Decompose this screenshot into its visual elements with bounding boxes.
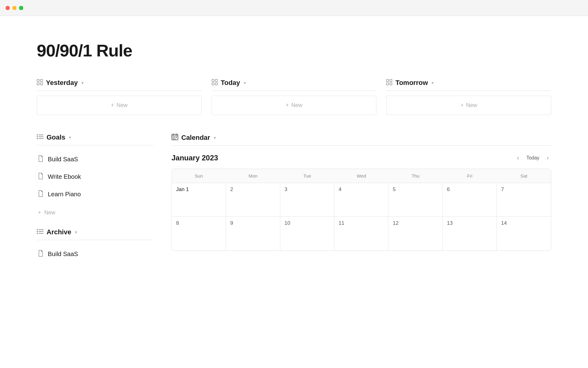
goal-text: Build SaaS (48, 156, 78, 163)
calendar-icon (172, 133, 178, 142)
today-header[interactable]: Today ▾ (212, 79, 377, 91)
document-icon (38, 155, 43, 163)
calendar-day[interactable]: 9 (226, 217, 280, 251)
day-number: 5 (393, 186, 395, 192)
main-content: 90/90/1 Rule Yesterday ▾ + New (0, 16, 588, 280)
goal-item[interactable]: Build SaaS (37, 151, 153, 167)
today-chevron: ▾ (244, 80, 246, 85)
calendar-controls: ‹ Today › (514, 153, 551, 163)
tomorrow-grid-icon (386, 79, 392, 87)
calendar-day[interactable]: 13 (443, 217, 497, 251)
calendar-day[interactable]: 8 (172, 217, 226, 251)
document-icon (38, 250, 43, 258)
day-number: 13 (447, 220, 453, 226)
today-label: Today (221, 79, 240, 87)
day-number: 6 (447, 186, 450, 192)
document-icon (38, 190, 43, 198)
calendar-today-button[interactable]: Today (526, 155, 540, 161)
weekday-label: Wed (334, 169, 389, 183)
calendar-day[interactable]: 14 (497, 217, 551, 251)
goal-text: Write Ebook (48, 173, 81, 180)
calendar-day[interactable]: 11 (334, 217, 389, 251)
goals-list: Build SaaS Write Ebook Learn Piano (37, 151, 153, 202)
goal-item[interactable]: Write Ebook (37, 169, 153, 185)
left-panel: Goals ▾ Build SaaS Write Ebook (37, 133, 153, 262)
svg-point-21 (37, 229, 38, 230)
calendar-weekdays: SunMonTueWedThuFriSat (172, 169, 551, 183)
weekday-label: Sat (497, 169, 551, 183)
goals-label: Goals (47, 133, 65, 141)
yesterday-header[interactable]: Yesterday ▾ (37, 79, 202, 91)
goal-item[interactable]: Learn Piano (37, 186, 153, 202)
svg-point-23 (37, 233, 38, 234)
archive-header[interactable]: Archive ▾ (37, 228, 153, 240)
tomorrow-new-button[interactable]: + New (386, 96, 551, 115)
tomorrow-chevron: ▾ (432, 80, 434, 85)
minimize-button[interactable] (12, 6, 17, 10)
svg-rect-30 (176, 137, 177, 138)
today-grid-icon (212, 79, 218, 87)
weekday-label: Fri (443, 169, 497, 183)
calendar-day[interactable]: 3 (280, 183, 334, 217)
tomorrow-label: Tomorrow (395, 79, 428, 87)
calendar-day[interactable]: 4 (334, 183, 389, 217)
yesterday-grid-icon (37, 79, 43, 87)
calendar-prev-button[interactable]: ‹ (514, 153, 522, 163)
svg-rect-1 (40, 79, 43, 82)
goals-calendar-section: Goals ▾ Build SaaS Write Ebook (37, 133, 551, 262)
weekday-label: Mon (226, 169, 280, 183)
document-icon (38, 173, 43, 181)
svg-rect-7 (215, 83, 217, 85)
calendar-month: January 2023 (172, 154, 218, 162)
calendar-label: Calendar (181, 134, 210, 142)
tomorrow-new-label: New (466, 102, 477, 109)
calendar-grid: SunMonTueWedThuFriSat Jan 12345678910111… (172, 169, 551, 251)
calendar-header[interactable]: Calendar ▾ (172, 133, 551, 146)
maximize-button[interactable] (19, 6, 23, 10)
archive-chevron: ▾ (75, 230, 77, 235)
yesterday-column: Yesterday ▾ + New (37, 79, 202, 115)
calendar-section: Calendar ▾ January 2023 ‹ Today › SunMon… (172, 133, 551, 262)
close-button[interactable] (6, 6, 10, 10)
svg-rect-8 (386, 79, 389, 82)
svg-rect-28 (173, 137, 174, 138)
yesterday-label: Yesterday (46, 79, 78, 87)
svg-rect-9 (390, 79, 392, 82)
goals-new-button[interactable]: + New (37, 207, 153, 218)
tomorrow-header[interactable]: Tomorrow ▾ (386, 79, 551, 91)
svg-point-17 (37, 138, 38, 139)
archive-label: Archive (47, 228, 71, 236)
svg-rect-2 (37, 83, 39, 85)
calendar-next-button[interactable]: › (544, 153, 551, 163)
calendar-days: Jan 1234567891011121314 (172, 183, 551, 251)
day-number: Jan 1 (176, 186, 189, 192)
svg-rect-32 (175, 138, 175, 139)
calendar-day[interactable]: 2 (226, 183, 280, 217)
today-column: Today ▾ + New (212, 79, 377, 115)
archive-item[interactable]: Build SaaS (37, 246, 153, 262)
goals-section: Goals ▾ Build SaaS Write Ebook (37, 133, 153, 218)
today-new-button[interactable]: + New (212, 96, 377, 115)
calendar-day[interactable]: Jan 1 (172, 183, 226, 217)
calendar-day[interactable]: 10 (280, 217, 334, 251)
calendar-day[interactable]: 5 (388, 183, 443, 217)
calendar-day[interactable]: 6 (443, 183, 497, 217)
plus-icon: + (286, 102, 289, 109)
calendar-day[interactable]: 7 (497, 183, 551, 217)
goals-plus-icon: + (38, 209, 41, 216)
calendar-day[interactable]: 12 (388, 217, 443, 251)
archive-list: Build SaaS (37, 246, 153, 262)
archive-section: Archive ▾ Build SaaS (37, 228, 153, 262)
weekday-label: Sun (172, 169, 226, 183)
yesterday-new-label: New (117, 102, 128, 109)
yesterday-new-button[interactable]: + New (37, 96, 202, 115)
archive-list-icon (37, 229, 43, 236)
goals-header[interactable]: Goals ▾ (37, 133, 153, 145)
svg-point-15 (37, 134, 38, 136)
archive-text: Build SaaS (48, 251, 78, 258)
svg-rect-4 (212, 79, 214, 82)
day-number: 7 (501, 186, 504, 192)
plus-icon: + (111, 102, 114, 109)
page-title: 90/90/1 Rule (37, 40, 551, 60)
day-number: 10 (285, 220, 290, 226)
